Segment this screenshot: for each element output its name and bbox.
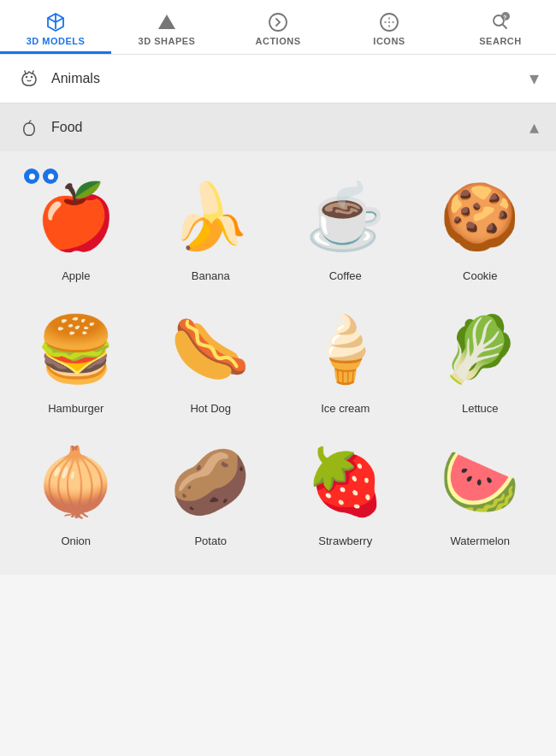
food-item-potato[interactable]: 🥔 Potato	[144, 425, 279, 558]
nav-actions[interactable]: ACTIONS	[222, 0, 334, 54]
actions-icon	[268, 12, 288, 32]
apple-label: Apple	[62, 269, 90, 282]
onion-image: 🧅	[33, 439, 119, 524]
svg-point-8	[31, 76, 33, 78]
food-item-hamburger[interactable]: 🍔 Hamburger	[9, 292, 144, 425]
search-icon: ?	[490, 12, 511, 32]
potato-image: 🥔	[168, 439, 253, 524]
svg-point-1	[269, 14, 287, 31]
food-item-apple[interactable]: 🍎 Apple	[9, 160, 144, 292]
onion-emoji: 🧅	[36, 450, 116, 514]
nav-search-label: SEARCH	[479, 36, 521, 46]
nav-3d-shapes[interactable]: 3D SHAPES	[111, 0, 222, 54]
svg-point-7	[26, 76, 27, 78]
cookie-emoji: 🍪	[440, 185, 520, 249]
nav-search[interactable]: ? SEARCH	[445, 0, 556, 54]
lettuce-label: Lettuce	[462, 402, 499, 415]
nav-icons-label: ICONS	[373, 36, 405, 46]
svg-text:?: ?	[503, 15, 506, 21]
animals-chevron-icon: ▾	[529, 68, 539, 90]
apple-image: 🍎	[33, 174, 119, 259]
hotdog-emoji: 🌭	[170, 317, 251, 381]
nav-3d-shapes-label: 3D SHAPES	[139, 36, 196, 46]
icecream-image: 🍦	[303, 306, 388, 392]
banana-image: 🍌	[168, 174, 253, 259]
icecream-emoji: 🍦	[305, 317, 386, 381]
food-chevron-icon: ▴	[529, 116, 539, 139]
nav-icons[interactable]: ICONS	[334, 0, 445, 54]
hotdog-label: Hot Dog	[190, 402, 231, 415]
nav-actions-label: ACTIONS	[256, 36, 301, 46]
potato-label: Potato	[194, 535, 227, 547]
food-item-coffee[interactable]: ☕ Coffee	[278, 160, 413, 292]
icons-icon	[379, 12, 399, 32]
food-section-title: Food	[51, 120, 82, 135]
food-grid: 🍎 Apple 🍌 Banana ☕ Coffee 🍪 Cookie �	[0, 151, 556, 575]
food-icon	[17, 115, 41, 139]
hamburger-label: Hamburger	[48, 402, 104, 415]
hamburger-emoji: 🍔	[36, 317, 116, 381]
animals-section-header[interactable]: Animals ▾	[0, 55, 556, 103]
food-header-left: Food	[17, 115, 82, 139]
onion-label: Onion	[61, 535, 91, 547]
animals-section-title: Animals	[51, 71, 100, 86]
icecream-label: Ice cream	[321, 402, 370, 415]
strawberry-label: Strawberry	[318, 535, 372, 547]
food-section: Food ▴ 🍎 Apple 🍌 Banana	[0, 103, 556, 575]
food-item-watermelon[interactable]: 🍉 Watermelon	[413, 425, 548, 558]
coffee-image: ☕	[303, 174, 388, 259]
strawberry-emoji: 🍓	[305, 450, 386, 514]
hamburger-image: 🍔	[33, 306, 119, 392]
cookie-label: Cookie	[463, 269, 497, 282]
food-item-lettuce[interactable]: 🥬 Lettuce	[413, 292, 548, 425]
food-section-header[interactable]: Food ▴	[0, 103, 556, 151]
food-item-cookie[interactable]: 🍪 Cookie	[413, 160, 548, 292]
potato-emoji: 🥔	[170, 450, 251, 514]
svg-point-3	[388, 21, 390, 23]
lettuce-emoji: 🥬	[440, 317, 520, 381]
top-navigation: 3D MODELS 3D SHAPES ACTIONS ICONS	[0, 0, 556, 55]
hotdog-image: 🌭	[168, 306, 253, 392]
selection-dot-1	[24, 168, 39, 184]
food-item-banana[interactable]: 🍌 Banana	[144, 160, 279, 292]
food-item-onion[interactable]: 🧅 Onion	[9, 425, 144, 558]
watermelon-image: 🍉	[437, 439, 523, 524]
banana-emoji: 🍌	[170, 185, 251, 249]
food-item-hotdog[interactable]: 🌭 Hot Dog	[144, 292, 279, 425]
svg-marker-0	[158, 15, 175, 29]
apple-emoji: 🍎	[36, 185, 116, 249]
banana-label: Banana	[192, 269, 230, 282]
lettuce-image: 🥬	[437, 306, 523, 392]
food-item-icecream[interactable]: 🍦 Ice cream	[278, 292, 413, 425]
3d-models-icon	[45, 12, 66, 32]
nav-3d-models[interactable]: 3D MODELS	[0, 0, 111, 54]
watermelon-emoji: 🍉	[440, 450, 520, 514]
selection-dot-2	[43, 168, 58, 184]
coffee-emoji: ☕	[305, 185, 386, 249]
animals-header-left: Animals	[17, 67, 100, 91]
cookie-image: 🍪	[437, 174, 523, 259]
watermelon-label: Watermelon	[450, 535, 510, 547]
food-item-strawberry[interactable]: 🍓 Strawberry	[278, 425, 413, 558]
animals-icon	[17, 67, 41, 91]
nav-3d-models-label: 3D MODELS	[27, 36, 86, 46]
coffee-label: Coffee	[329, 269, 362, 282]
strawberry-image: 🍓	[303, 439, 388, 524]
3d-shapes-icon	[157, 12, 177, 32]
